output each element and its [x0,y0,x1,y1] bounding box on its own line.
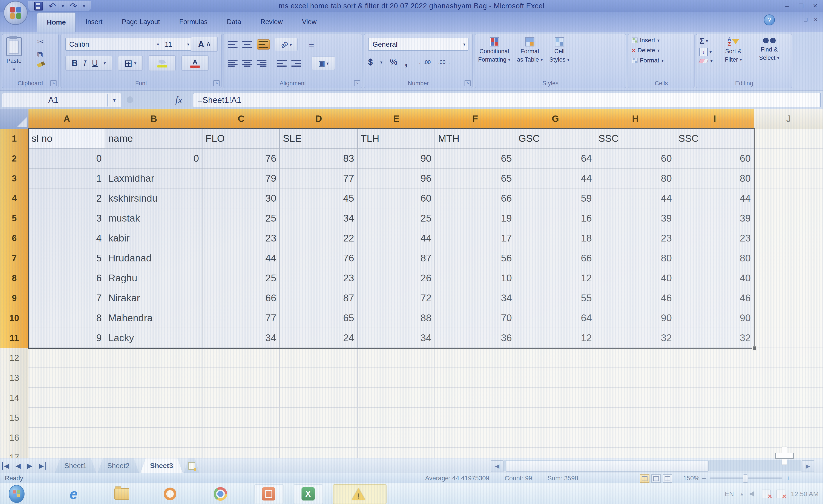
cell-D9[interactable]: 87 [280,288,358,308]
row-header-11[interactable]: 11 [0,328,29,348]
cell-C13[interactable] [202,368,280,388]
cell-F9[interactable]: 34 [435,288,515,308]
cell-F4[interactable]: 66 [435,188,515,208]
cell-H4[interactable]: 44 [595,188,675,208]
clipboard-dialog-launcher-icon[interactable]: ↘ [50,80,56,86]
cell-C7[interactable]: 44 [202,248,280,268]
cell-D15[interactable] [280,408,358,428]
save-icon[interactable] [34,2,43,10]
cell-E3[interactable]: 96 [358,169,435,188]
cell-C3[interactable]: 79 [202,169,280,188]
column-header-E[interactable]: E [358,109,436,129]
cell-B13[interactable] [105,368,202,388]
cell-B7[interactable]: Hrudanad [105,248,202,268]
cell-B9[interactable]: Nirakar [105,288,202,308]
cell-B8[interactable]: Raghu [105,268,202,288]
cell-styles-button[interactable]: Cell Styles▾ [549,37,569,63]
align-right-icon[interactable] [257,60,267,66]
accounting-dropdown-icon[interactable]: ▾ [380,59,382,65]
cell-I14[interactable] [675,388,754,408]
cell-J14[interactable] [754,388,823,408]
cell-B1[interactable]: name [105,129,202,149]
cell-J11[interactable] [754,328,823,348]
scrollbar-thumb[interactable] [506,461,709,472]
cell-H14[interactable] [595,388,675,408]
column-header-F[interactable]: F [435,109,516,129]
align-left-icon[interactable] [228,60,237,66]
cell-B6[interactable]: kabir [105,228,202,248]
cell-J8[interactable] [754,268,823,288]
cell-A4[interactable]: 2 [28,188,105,208]
first-sheet-icon[interactable]: ◀ [2,462,9,470]
cell-J7[interactable] [754,248,823,268]
decrease-indent-icon[interactable] [277,60,287,66]
worksheet-grid[interactable]: ABCDEFGHIJ1sl nonameFLOSLETLHMTHGSCSSCSS… [0,109,823,458]
cell-C5[interactable]: 25 [202,208,280,228]
cell-I16[interactable] [675,428,754,448]
cell-J6[interactable] [754,228,823,248]
cell-G11[interactable]: 12 [515,328,595,348]
tab-formulas[interactable]: Formulas [170,12,217,32]
cell-I7[interactable]: 80 [675,248,754,268]
cell-A16[interactable] [28,428,105,448]
top-align-icon[interactable] [228,41,237,48]
tab-page-layout[interactable]: Page Layout [112,12,170,32]
cell-A13[interactable] [28,368,105,388]
cell-F16[interactable] [435,428,515,448]
tab-home[interactable]: Home [37,12,76,32]
cell-B16[interactable] [105,428,202,448]
cell-D1[interactable]: SLE [280,129,358,149]
row-header-2[interactable]: 2 [0,149,29,169]
orange-ring-app-icon[interactable] [162,486,178,502]
column-header-J[interactable]: J [754,109,823,129]
cell-A14[interactable] [28,388,105,408]
cell-D14[interactable] [280,388,358,408]
bold-button[interactable]: B [72,58,77,68]
row-header-15[interactable]: 15 [0,408,29,428]
fill-button[interactable]: ↓ ▾ [699,48,712,56]
column-header-A[interactable]: A [28,109,106,129]
zoom-slider[interactable]: – + [710,478,782,479]
wrap-text-icon[interactable]: ≡ [309,40,314,49]
excel-icon[interactable]: X [300,486,316,502]
cell-H6[interactable]: 23 [595,228,675,248]
cell-A6[interactable]: 4 [28,228,105,248]
format-painter-icon[interactable] [37,61,45,68]
cell-I3[interactable]: 80 [675,169,754,188]
cell-B15[interactable] [105,408,202,428]
sheet-tab-sheet2[interactable]: Sheet2 [98,459,139,473]
cell-E15[interactable] [358,408,435,428]
cell-H16[interactable] [595,428,675,448]
cell-E10[interactable]: 88 [358,308,435,328]
internet-explorer-icon[interactable]: e [66,486,81,502]
tab-insert[interactable]: Insert [76,12,112,32]
cell-E16[interactable] [358,428,435,448]
column-header-I[interactable]: I [675,109,755,129]
cell-I5[interactable]: 39 [675,208,754,228]
grow-font-icon[interactable]: A [198,39,204,49]
next-sheet-icon[interactable]: ▶ [27,462,32,470]
row-header-3[interactable]: 3 [0,169,29,189]
cell-F5[interactable]: 19 [435,208,515,228]
column-header-D[interactable]: D [280,109,358,129]
cut-icon[interactable]: ✂ [37,37,45,46]
cell-C12[interactable] [202,348,280,368]
cell-C9[interactable]: 66 [202,288,280,308]
tab-data[interactable]: Data [217,12,251,32]
cell-D7[interactable]: 76 [280,248,358,268]
cell-F14[interactable] [435,388,515,408]
cell-A12[interactable] [28,348,105,368]
cell-I6[interactable]: 23 [675,228,754,248]
row-header-14[interactable]: 14 [0,388,29,408]
font-color-button[interactable]: A [181,55,209,71]
hidden-icons-chevron-icon[interactable]: ▲ [739,492,744,497]
cell-E8[interactable]: 26 [358,268,435,288]
clock[interactable]: 12:50 AM [791,490,819,498]
cell-H12[interactable] [595,348,675,368]
selection-fill-handle[interactable] [752,346,757,351]
comma-style-icon[interactable]: , [405,56,407,68]
row-header-4[interactable]: 4 [0,188,29,209]
row-header-17[interactable]: 17 [0,448,29,458]
cell-G14[interactable] [515,388,595,408]
increase-decimal-icon[interactable]: ←.00 [418,59,431,65]
